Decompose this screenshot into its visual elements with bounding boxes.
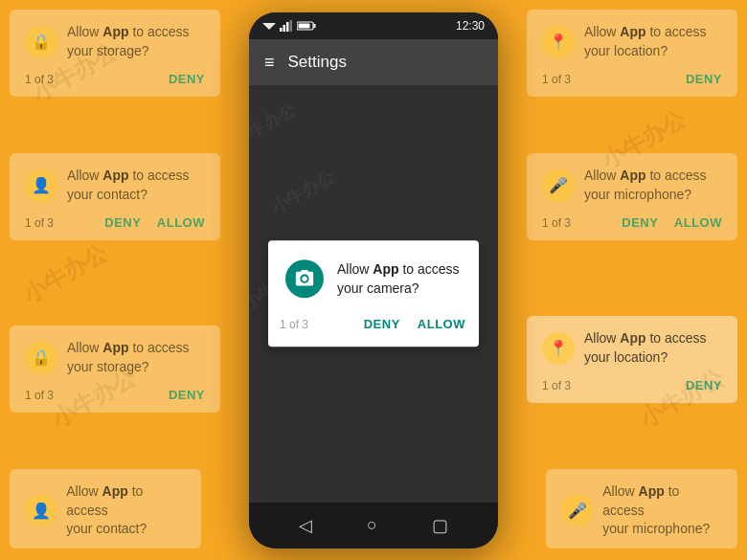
storage-icon: 🔒 [25,26,57,58]
mic-icon-bot: 🎤 [561,494,593,526]
contact-text-bot: Allow App to accessyour contact? [66,482,186,539]
card-actions: DENY [674,376,722,393]
camera-svg [294,268,315,289]
bg-card-contact-bot: 👤 Allow App to accessyour contact? [10,469,201,549]
svg-rect-2 [283,25,286,32]
mic-text-bot: Allow App to accessyour microphone? [602,482,722,539]
wifi-icon [262,20,276,32]
dialog-text: Allow App to access your camera? [337,259,462,299]
toolbar-title: Settings [288,53,347,72]
mic-text: Allow App to accessyour microphone? [584,167,707,204]
location-icon-bot: 📍 [542,332,575,365]
card-count: 1 of 3 [25,389,54,402]
dialog-footer: 1 of 3 DENY ALLOW [268,307,479,347]
card-actions: DENY ALLOW [93,213,205,231]
phone-wm-1: 小牛办公 [249,98,300,152]
battery-icon [297,20,316,32]
bg-card-location-bot: 📍 Allow App to accessyour location? 1 of… [527,316,737,403]
dialog-body: Allow App to access your camera? [268,240,479,308]
card-actions: DENY [157,386,205,403]
card-count: 1 of 3 [542,216,571,230]
card-count: 1 of 3 [25,216,54,230]
bg-card-storage-top: 🔒 Allow App to accessyour storage? 1 of … [10,10,220,97]
card-count: 1 of 3 [25,73,54,86]
svg-rect-6 [314,24,316,28]
nav-bar: ◁ ○ ▢ [249,503,498,549]
dialog-actions: DENY ALLOW [362,313,467,335]
dialog-app-name: App [373,261,398,277]
card-actions: DENY ALLOW [610,213,722,231]
svg-rect-1 [280,28,283,32]
svg-rect-3 [286,22,289,32]
deny-label: DENY [622,215,658,230]
contact-icon-bot: 👤 [25,494,57,526]
svg-rect-7 [299,23,310,28]
deny-label: DENY [104,215,141,230]
bg-card-contact-mid: 👤 Allow App to accessyour contact? 1 of … [10,153,220,240]
deny-label: DENY [686,72,722,86]
bg-card-mic-mid: 🎤 Allow App to accessyour microphone? 1 … [527,153,737,240]
card-actions: DENY [674,70,722,87]
dialog-count: 1 of 3 [280,318,308,331]
recent-button[interactable]: ▢ [432,515,448,536]
menu-icon[interactable]: ≡ [264,54,275,71]
allow-label: ALLOW [157,215,205,230]
allow-button[interactable]: ALLOW [416,313,467,335]
svg-rect-4 [290,20,293,32]
back-button[interactable]: ◁ [299,515,312,536]
card-count: 1 of 3 [542,73,571,86]
bg-card-mic-bot: 🎤 Allow App to accessyour microphone? [546,469,737,549]
storage-text-bot: Allow App to accessyour storage? [67,339,190,376]
allow-label: ALLOW [674,215,722,230]
status-bar: 12:30 [249,12,498,39]
phone-content: 小牛办公 小牛办公 小牛办公 Allow App to access your … [249,85,498,503]
bg-card-storage-bot: 🔒 Allow App to accessyour storage? 1 of … [10,325,220,413]
toolbar: ≡ Settings [249,39,498,85]
location-text-bot: Allow App to accessyour location? [584,329,707,367]
card-actions: DENY [157,70,205,87]
signal-icon [280,20,293,32]
storage-icon-bot: 🔒 [25,342,57,374]
phone-wm-2: 小牛办公 [267,165,338,219]
card-count: 1 of 3 [542,379,571,392]
mic-icon: 🎤 [542,169,575,202]
deny-label: DENY [686,378,722,392]
status-time: 12:30 [456,19,485,33]
contact-text: Allow App to accessyour contact? [67,167,190,204]
storage-text: Allow App to accessyour storage? [67,23,190,60]
deny-label: DENY [169,72,205,86]
deny-label: DENY [169,388,205,402]
location-text-top: Allow App to accessyour location? [584,23,707,60]
location-icon-top: 📍 [542,26,575,58]
svg-marker-0 [262,23,276,30]
bg-card-location-top: 📍 Allow App to accessyour location? 1 of… [527,10,737,97]
phone-frame: 12:30 ≡ Settings 小牛办公 小牛办公 小牛办公 Allow Ap… [249,12,498,549]
status-icons [262,20,316,32]
deny-button[interactable]: DENY [362,313,402,335]
contact-icon: 👤 [25,169,57,202]
permission-dialog: Allow App to access your camera? 1 of 3 … [268,240,479,347]
home-button[interactable]: ○ [367,515,377,535]
camera-icon [285,259,324,298]
